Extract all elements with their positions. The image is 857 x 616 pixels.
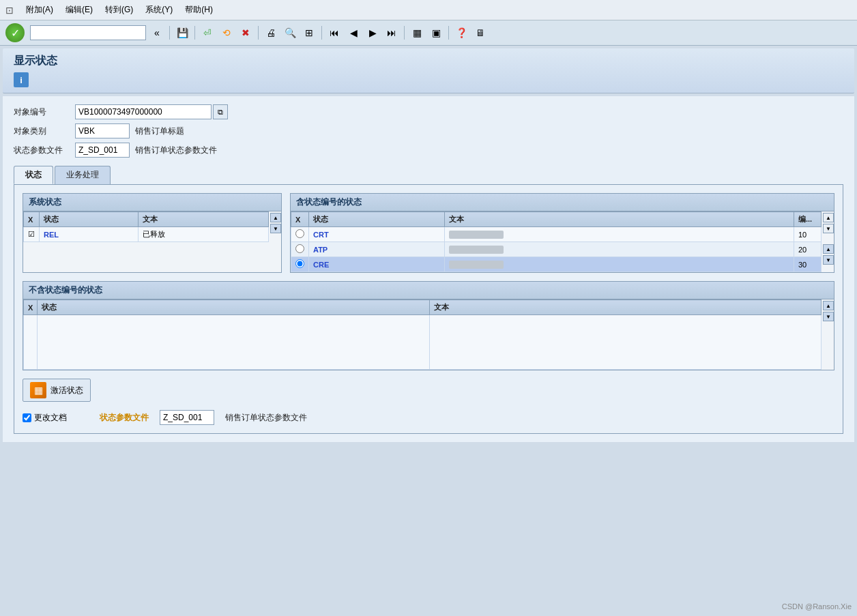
won-scroll-up[interactable]: ▲ <box>823 301 834 310</box>
activate-button[interactable]: ▦ 激活状态 <box>23 379 91 402</box>
info-icon: i <box>14 72 29 87</box>
system-status-panel: 系统状态 X 状态 文本 <box>23 193 282 273</box>
wn-row1-number: 10 <box>794 227 822 242</box>
table-row[interactable]: ATP 20 <box>291 242 822 257</box>
object-type-label: 对象类别 <box>14 126 75 137</box>
object-number-input[interactable] <box>75 104 212 119</box>
separator-5 <box>404 26 405 40</box>
status-param-link[interactable]: 状态参数文件 <box>100 412 149 424</box>
footer-param-text: 销售订单状态参数文件 <box>225 412 307 424</box>
wn-col-number: 编... <box>794 212 822 227</box>
sys-row-status: REL <box>40 227 139 242</box>
change-doc-checkbox[interactable] <box>23 413 31 422</box>
wn-row3-text <box>445 257 794 272</box>
wn-row3-number: 30 <box>794 257 822 272</box>
help-button[interactable]: ❓ <box>453 25 469 41</box>
without-number-table-area: X 状态 文本 <box>23 299 822 370</box>
system-status-content: X 状态 文本 ☑ REL 已释放 <box>23 211 281 242</box>
activate-icon: ▦ <box>30 382 46 398</box>
nav-last[interactable]: ⏭ <box>383 25 400 41</box>
nav-next[interactable]: ▶ <box>364 25 381 41</box>
without-number-title: 不含状态编号的状态 <box>23 282 834 299</box>
shortcut-btn-1[interactable]: ⏎ <box>199 25 216 41</box>
menu-edit[interactable]: 编辑(E) <box>60 3 98 17</box>
with-number-panel: 含状态编号的状态 X 状态 文本 编... <box>290 193 834 273</box>
tabs-container: 状态 业务处理 系统状态 X 状态 <box>14 166 843 434</box>
wn-scroll-up2[interactable]: ▲ <box>823 244 834 254</box>
won-scroll-down[interactable]: ▼ <box>823 312 834 321</box>
wn-scroll-down[interactable]: ▼ <box>823 224 834 233</box>
system-status-table: X 状态 文本 ☑ REL 已释放 <box>23 211 269 242</box>
shortcut-btn-2[interactable]: ⟲ <box>218 25 235 41</box>
nav-first[interactable]: ⏮ <box>326 25 343 41</box>
expand-button[interactable]: ⊞ <box>301 25 317 41</box>
system-status-title: 系统状态 <box>23 194 281 211</box>
table-row[interactable]: CRT 10 <box>291 227 822 242</box>
print-button[interactable]: 🖨 <box>263 25 279 41</box>
change-doc-checkbox-label[interactable]: 更改文档 <box>23 412 67 424</box>
footer-row: 更改文档 状态参数文件 销售订单状态参数文件 <box>23 410 834 425</box>
wn-row2-text <box>445 242 794 257</box>
sys-col-text: 文本 <box>139 212 269 227</box>
tab-status[interactable]: 状态 <box>14 166 53 184</box>
menu-system[interactable]: 系统(Y) <box>140 3 178 17</box>
separator-6 <box>448 26 449 40</box>
with-number-title: 含状态编号的状态 <box>291 194 834 211</box>
won-col-status: 状态 <box>38 300 429 315</box>
wn-row2-status: ATP <box>309 242 445 257</box>
copy-icon[interactable]: ⧉ <box>213 104 228 119</box>
table-row[interactable]: CRE 30 <box>291 257 822 272</box>
separator-4 <box>321 26 322 40</box>
with-number-content: X 状态 文本 编... CRT <box>291 211 834 272</box>
wn-row3-radio[interactable] <box>291 257 309 272</box>
layout-btn-1[interactable]: ▦ <box>409 25 425 41</box>
object-type-input[interactable] <box>75 123 130 138</box>
wn-row2-number: 20 <box>794 242 822 257</box>
monitor-button[interactable]: 🖥 <box>472 25 489 41</box>
status-param-input[interactable] <box>75 143 130 158</box>
activate-section: ▦ 激活状态 <box>23 379 834 402</box>
save-button[interactable]: 💾 <box>174 25 190 41</box>
separator-3 <box>258 26 259 40</box>
menu-attach[interactable]: 附加(A) <box>20 3 59 17</box>
system-scroll-area: ▲ ▼ <box>269 211 281 242</box>
with-number-table: X 状态 文本 编... CRT <box>291 211 822 272</box>
tabs-header: 状态 业务处理 <box>14 166 843 184</box>
footer-param-input[interactable] <box>160 410 214 425</box>
find-button[interactable]: 🔍 <box>282 25 298 41</box>
sys-col-status: 状态 <box>40 212 139 227</box>
wn-row2-radio[interactable] <box>291 242 309 257</box>
scroll-down-btn[interactable]: ▼ <box>270 224 281 233</box>
wn-row1-radio[interactable] <box>291 227 309 242</box>
layout-btn-2[interactable]: ▣ <box>428 25 444 41</box>
sys-row-text: 已释放 <box>139 227 269 242</box>
table-row[interactable]: ☑ REL 已释放 <box>24 227 269 242</box>
with-number-table-area: X 状态 文本 编... CRT <box>291 211 822 272</box>
system-status-table-area: X 状态 文本 ☑ REL 已释放 <box>23 211 269 242</box>
panels-row-top: 系统状态 X 状态 文本 <box>23 193 834 273</box>
scroll-up-btn[interactable]: ▲ <box>270 213 281 222</box>
wn-scroll-up[interactable]: ▲ <box>823 213 834 222</box>
nav-back-button[interactable]: « <box>149 25 165 41</box>
without-number-section: 不含状态编号的状态 X 状态 文本 <box>23 281 834 370</box>
title-panel: 显示状态 i <box>3 48 854 93</box>
without-number-panel: 不含状态编号的状态 X 状态 文本 <box>23 281 834 370</box>
without-number-content: X 状态 文本 <box>23 299 834 370</box>
object-type-row: 对象类别 销售订单标题 <box>14 123 843 138</box>
status-param-text: 销售订单状态参数文件 <box>135 145 217 156</box>
wn-scroll-down2[interactable]: ▼ <box>823 255 834 265</box>
wn-col-text: 文本 <box>445 212 794 227</box>
page-title: 显示状态 <box>14 54 843 68</box>
nav-prev[interactable]: ◀ <box>345 25 362 41</box>
tab-business[interactable]: 业务处理 <box>55 166 111 184</box>
wn-col-x: X <box>291 212 309 227</box>
shortcut-btn-3[interactable]: ✖ <box>237 25 254 41</box>
ok-button[interactable]: ✓ <box>5 23 25 42</box>
sys-col-x: X <box>24 212 40 227</box>
menu-help[interactable]: 帮助(H) <box>179 3 218 17</box>
wn-row3-status: CRE <box>309 257 445 272</box>
menu-goto[interactable]: 转到(G) <box>100 3 139 17</box>
with-number-scroll: ▲ ▼ ▲ ▼ <box>822 211 834 272</box>
change-doc-label: 更改文档 <box>34 412 67 424</box>
command-input[interactable] <box>30 25 146 40</box>
